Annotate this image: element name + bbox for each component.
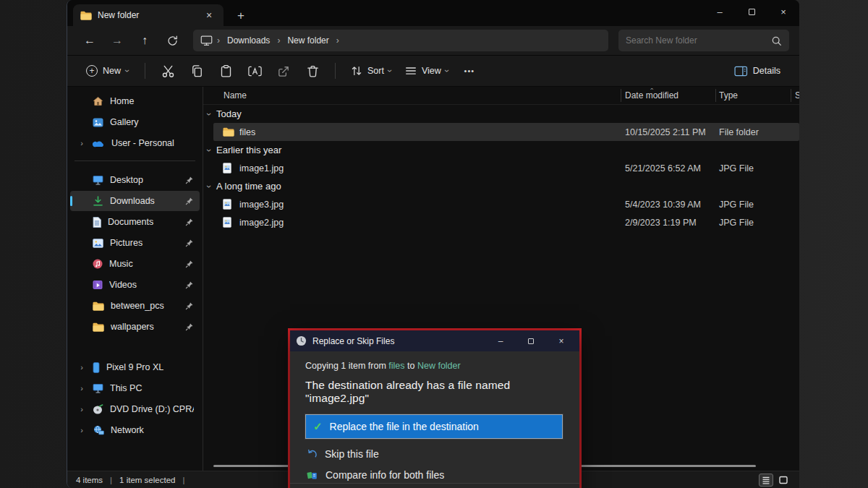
column-name[interactable]: Name	[203, 90, 247, 100]
search-box[interactable]	[618, 30, 789, 51]
up-button[interactable]: ↑	[132, 30, 157, 51]
expand-chevron-icon[interactable]: ›	[77, 363, 86, 372]
replace-file-option[interactable]: ✓ Replace the file in the destination	[305, 414, 563, 439]
maximize-button[interactable]	[736, 0, 767, 23]
more-options-button[interactable]: •••	[456, 59, 483, 82]
image-file-icon	[223, 217, 231, 228]
window-body: Home Gallery › User - Personal Desktop	[67, 87, 799, 471]
file-row-image1[interactable]: image1.jpg 5/21/2025 6:52 AM JPG File	[203, 159, 799, 177]
sidebar-divider	[75, 160, 195, 161]
group-header-today[interactable]: › Today	[203, 105, 799, 123]
copy-button[interactable]	[183, 59, 210, 82]
dialog-close-button[interactable]: ×	[549, 330, 574, 351]
skip-file-option[interactable]: Skip this file	[305, 448, 564, 460]
details-button-label: Details	[753, 66, 780, 76]
details-view-toggle[interactable]	[759, 474, 773, 487]
sidebar-item-documents[interactable]: Documents	[70, 212, 200, 232]
cut-button[interactable]	[154, 59, 182, 82]
sort-direction-icon: ›	[648, 88, 655, 90]
expand-chevron-icon[interactable]: ›	[77, 426, 86, 435]
details-pane-button[interactable]: Details	[727, 61, 788, 81]
breadcrumb-new-folder[interactable]: New folder	[284, 34, 331, 47]
chevron-down-icon: ›	[204, 149, 214, 152]
sidebar-item-this-pc[interactable]: › This PC	[70, 378, 200, 398]
sidebar-item-dvd-drive[interactable]: › DVD Drive (D:) CPRA_X64FRE_	[70, 399, 200, 419]
sort-button[interactable]: Sort ›	[344, 60, 397, 82]
check-icon: ✓	[313, 420, 323, 433]
sidebar-item-pixel-phone[interactable]: › Pixel 9 Pro XL	[70, 357, 200, 377]
new-button[interactable]: + New ›	[79, 61, 136, 81]
file-row-image2[interactable]: image2.jpg 2/9/2023 1:19 PM JPG File	[203, 213, 799, 231]
column-divider[interactable]	[715, 89, 716, 102]
sidebar-item-downloads[interactable]: Downloads	[70, 191, 200, 211]
sidebar-item-music[interactable]: Music	[70, 254, 200, 274]
rename-button[interactable]	[241, 59, 268, 82]
toolbar-divider	[145, 63, 145, 79]
dialog-maximize-button[interactable]	[519, 330, 543, 351]
dialog-titlebar: Replace or Skip Files – ×	[290, 330, 579, 351]
expand-chevron-icon[interactable]: ›	[77, 139, 86, 147]
refresh-button[interactable]	[160, 30, 184, 51]
column-divider[interactable]	[621, 89, 621, 102]
sidebar-item-label: Network	[111, 425, 194, 435]
group-header-earlier-this-year[interactable]: › Earlier this year	[203, 141, 799, 159]
view-button-label: View	[422, 66, 441, 76]
minimize-button[interactable]: –	[704, 0, 736, 23]
compare-files-option[interactable]: Compare info for both files	[305, 469, 564, 481]
column-type[interactable]: Type	[719, 87, 738, 104]
refresh-icon	[166, 35, 179, 47]
search-input[interactable]	[626, 35, 771, 46]
column-size[interactable]: Size	[795, 87, 799, 104]
file-date-modified: 5/21/2025 6:52 AM	[625, 163, 701, 174]
dialog-headline: The destination already has a file named…	[305, 379, 564, 405]
file-row-files[interactable]: files 10/15/2025 2:11 PM File folder	[213, 123, 799, 141]
sidebar-item-gallery[interactable]: Gallery	[70, 112, 200, 132]
sidebar-item-between-pcs[interactable]: between_pcs	[70, 296, 200, 316]
thumbnail-view-icon	[778, 475, 788, 485]
sidebar-item-wallpapers[interactable]: wallpapers	[70, 317, 200, 337]
view-button[interactable]: View ›	[399, 60, 454, 82]
status-divider: |	[182, 476, 184, 484]
sidebar-item-onedrive[interactable]: › User - Personal	[70, 133, 200, 153]
group-header-a-long-time-ago[interactable]: › A long time ago	[203, 177, 799, 195]
expand-chevron-icon[interactable]: ›	[77, 384, 86, 393]
close-button[interactable]: ×	[767, 0, 799, 23]
sidebar-item-desktop[interactable]: Desktop	[70, 170, 200, 190]
share-button[interactable]	[270, 59, 297, 82]
sidebar-item-label: between_pcs	[111, 301, 179, 311]
sidebar-item-videos[interactable]: Videos	[70, 275, 200, 295]
back-button[interactable]: ←	[77, 30, 102, 51]
breadcrumb-downloads[interactable]: Downloads	[224, 34, 273, 47]
new-button-label: New	[103, 66, 121, 76]
destination-folder-link[interactable]: New folder	[417, 361, 461, 371]
maximize-icon	[528, 338, 534, 344]
paste-button[interactable]	[212, 59, 239, 82]
chevron-down-icon: ›	[385, 69, 395, 72]
chevron-down-icon: ›	[204, 113, 214, 116]
file-name: image3.jpg	[203, 200, 284, 210]
column-divider[interactable]	[791, 89, 791, 102]
list-view-icon	[761, 475, 771, 485]
sidebar-item-network[interactable]: › Network	[70, 420, 200, 440]
source-folder-link[interactable]: files	[388, 361, 404, 371]
compare-files-icon	[307, 470, 318, 481]
explorer-tab[interactable]: New folder ×	[73, 4, 224, 26]
dialog-minimize-button[interactable]: –	[488, 330, 513, 351]
folder-icon	[93, 301, 104, 311]
breadcrumb[interactable]: › Downloads › New folder ›	[193, 30, 608, 51]
forward-button[interactable]: →	[105, 30, 129, 51]
sidebar-item-label: User - Personal	[111, 138, 194, 148]
file-name: image2.jpg	[203, 218, 284, 228]
delete-button[interactable]	[299, 59, 326, 82]
sidebar-item-pictures[interactable]: Pictures	[70, 233, 200, 253]
new-tab-button[interactable]: +	[231, 6, 251, 26]
sidebar-item-home[interactable]: Home	[70, 91, 200, 111]
tab-title: New folder	[98, 10, 196, 20]
file-row-image3[interactable]: image3.jpg 5/4/2023 10:39 AM JPG File	[203, 195, 799, 213]
pin-icon	[185, 176, 194, 184]
status-divider: |	[110, 476, 112, 484]
thumbnail-view-toggle[interactable]	[776, 474, 791, 487]
tab-close-icon[interactable]: ×	[202, 8, 216, 22]
expand-chevron-icon[interactable]: ›	[77, 405, 86, 414]
compare-option-label: Compare info for both files	[326, 469, 444, 481]
